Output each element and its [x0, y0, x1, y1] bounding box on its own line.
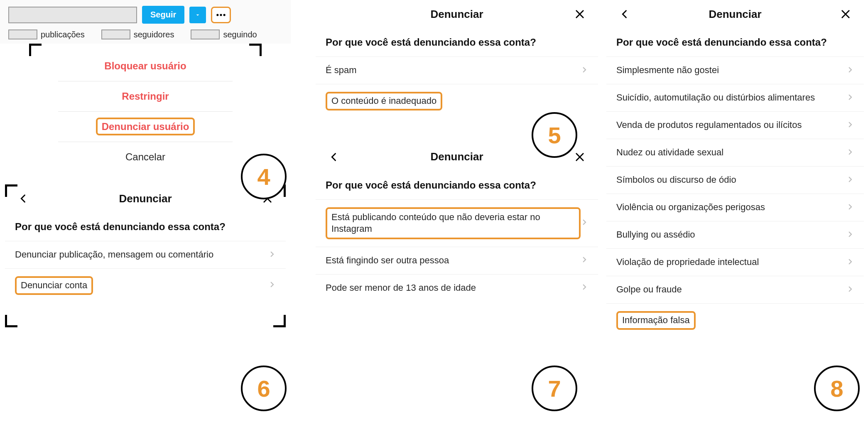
report-option-spam[interactable]: É spam [316, 56, 598, 84]
back-button[interactable] [326, 149, 342, 165]
report-option-hate[interactable]: Símbolos ou discurso de ódio [606, 166, 864, 194]
chevron-right-icon [846, 147, 854, 158]
report-option-nudity[interactable]: Nudez ou atividade sexual [606, 139, 864, 166]
chevron-right-icon [581, 255, 588, 266]
back-button[interactable] [616, 6, 633, 22]
cancel-option[interactable]: Cancelar [58, 142, 233, 172]
follow-dropdown-button[interactable] [189, 7, 206, 23]
close-icon [574, 8, 586, 20]
chevron-left-icon [328, 151, 340, 163]
block-user-option[interactable]: Bloquear usuário [58, 51, 233, 81]
report-option-selfharm[interactable]: Suicídio, automutilação ou distúrbios al… [606, 84, 864, 111]
report-option-false-info[interactable]: Informação falsa [606, 303, 864, 337]
report-option-account[interactable]: Denunciar conta [5, 268, 286, 302]
report-option-post[interactable]: Denunciar publicação, mensagem ou coment… [5, 241, 286, 268]
chevron-right-icon [581, 65, 588, 76]
svg-point-1 [220, 14, 222, 16]
chevron-right-icon [846, 93, 854, 103]
chevron-right-icon [846, 285, 854, 295]
report-option-dislike[interactable]: Simplesmente não gostei [606, 56, 864, 84]
chevron-right-icon [268, 250, 276, 260]
report-panel-step8: Denunciar Por que você está denunciando … [606, 0, 864, 337]
report-question: Por que você está denunciando essa conta… [316, 28, 598, 56]
close-icon [840, 8, 851, 20]
followers-stat: seguidores [101, 29, 174, 39]
action-sheet: Bloquear usuário Restringir Denunciar us… [58, 51, 233, 172]
following-stat: seguindo [191, 29, 257, 39]
report-panel-step7: Denunciar Por que você está denunciando … [316, 143, 598, 302]
chevron-right-icon [581, 218, 588, 228]
profile-header: Seguir publicações seguidores seguindo [0, 0, 291, 44]
chevron-right-icon [846, 257, 854, 268]
report-option-ip-violation[interactable]: Violação de propriedade intelectual [606, 248, 864, 276]
chevron-right-icon [846, 230, 854, 240]
svg-point-2 [223, 14, 226, 16]
report-option-shouldnt-be-on-ig[interactable]: Está publicando conteúdo que não deveria… [316, 199, 598, 247]
dots-horizontal-icon [215, 9, 227, 21]
report-panel-step6: Denunciar Por que você está denunciando … [5, 184, 286, 302]
more-options-button[interactable] [211, 7, 231, 23]
report-question: Por que você está denunciando essa conta… [316, 171, 598, 199]
report-option-violence[interactable]: Violência ou organizações perigosas [606, 194, 864, 221]
chevron-right-icon [846, 202, 854, 213]
report-option-under-13[interactable]: Pode ser menor de 13 anos de idade [316, 274, 598, 302]
svg-point-0 [217, 14, 219, 16]
step-badge-7: 7 [532, 366, 577, 411]
chevron-right-icon [581, 282, 588, 293]
report-option-regulated-goods[interactable]: Venda de produtos regulamentados ou ilíc… [606, 111, 864, 139]
close-icon [574, 151, 586, 163]
close-button[interactable] [571, 6, 588, 22]
caret-down-icon [194, 12, 201, 18]
report-option-scam[interactable]: Golpe ou fraude [606, 276, 864, 303]
report-title: Denunciar [119, 192, 172, 205]
chevron-right-icon [846, 175, 854, 186]
report-option-impersonation[interactable]: Está fingindo ser outra pessoa [316, 247, 598, 274]
report-user-option[interactable]: Denunciar usuário [58, 111, 233, 142]
chevron-right-icon [846, 65, 854, 76]
report-option-bullying[interactable]: Bullying ou assédio [606, 221, 864, 248]
chevron-right-icon [846, 120, 854, 131]
report-title: Denunciar [430, 8, 483, 21]
report-panel-step5: Denunciar Por que você está denunciando … [316, 0, 598, 118]
report-title: Denunciar [709, 8, 761, 21]
back-button[interactable] [15, 190, 32, 207]
step-badge-4: 4 [241, 154, 287, 199]
report-question: Por que você está denunciando essa conta… [606, 28, 864, 56]
report-title: Denunciar [430, 150, 483, 163]
restrict-option[interactable]: Restringir [58, 81, 233, 111]
chevron-right-icon [268, 280, 276, 291]
username-placeholder [8, 7, 137, 23]
step-badge-6: 6 [241, 366, 287, 411]
chevron-left-icon [17, 193, 29, 204]
report-question: Por que você está denunciando essa conta… [5, 213, 286, 241]
chevron-left-icon [619, 8, 630, 20]
posts-stat: publicações [8, 29, 85, 39]
follow-button[interactable]: Seguir [142, 6, 184, 24]
step-badge-5: 5 [532, 112, 577, 158]
close-button[interactable] [837, 6, 854, 22]
close-button[interactable] [571, 149, 588, 165]
step-badge-8: 8 [814, 366, 860, 411]
